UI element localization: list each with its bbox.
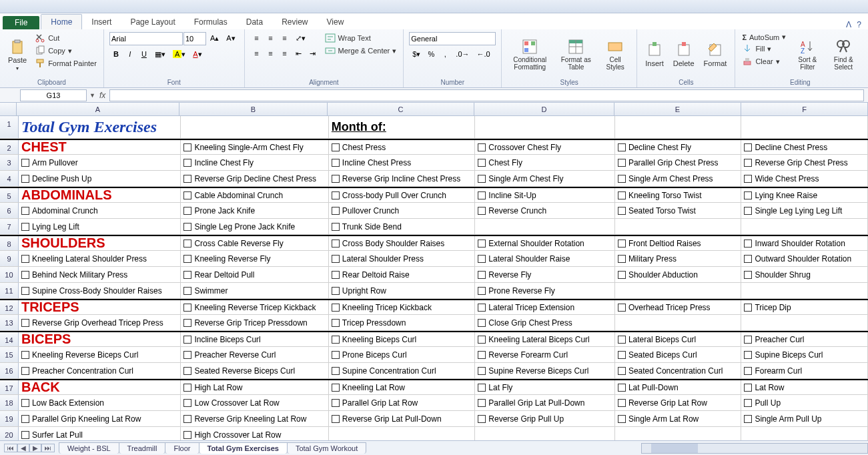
- cell[interactable]: Arm Pullover: [19, 155, 181, 170]
- checkbox-icon[interactable]: [21, 159, 29, 167]
- cell-styles-button[interactable]: Cell Styles: [599, 32, 631, 77]
- checkbox-icon[interactable]: [332, 159, 340, 167]
- cut-button[interactable]: Cut: [33, 32, 98, 44]
- cell[interactable]: Cross-body Pull Over Crunch: [329, 188, 476, 202]
- cell[interactable]: [741, 219, 868, 234]
- checkbox-icon[interactable]: [618, 271, 626, 279]
- checkbox-icon[interactable]: [744, 159, 752, 167]
- clear-button[interactable]: Clear ▾: [741, 55, 787, 67]
- row-header[interactable]: 16: [0, 363, 19, 378]
- checkbox-icon[interactable]: [183, 287, 191, 295]
- checkbox-icon[interactable]: [618, 304, 626, 312]
- cell[interactable]: Seated Torso Twist: [615, 203, 742, 218]
- cell[interactable]: Seated Biceps Curl: [615, 347, 742, 362]
- cell[interactable]: Supine Concentration Curl: [329, 363, 476, 378]
- cell[interactable]: Preacher Reverse Curl: [181, 347, 328, 362]
- cell[interactable]: Swimmer: [181, 283, 328, 298]
- help-icon[interactable]: ?: [857, 20, 861, 29]
- cell[interactable]: Shoulder Abduction: [615, 267, 742, 282]
- orientation-icon[interactable]: ⤢▾: [292, 32, 309, 45]
- sheet-tab[interactable]: Total Gym Workout: [287, 442, 366, 454]
- cell[interactable]: Reverse Fly: [475, 267, 615, 282]
- cell[interactable]: Wide Chest Press: [741, 171, 868, 186]
- cell[interactable]: Tricep Dip: [741, 300, 868, 314]
- cell[interactable]: Reverse Grip Incline Chest Press: [329, 171, 476, 186]
- cell[interactable]: Outward Shoulder Rotation: [741, 251, 868, 266]
- cell[interactable]: Reverse Grip Decline Chest Press: [181, 171, 328, 186]
- cell[interactable]: Reverse Grip Kneeling Lat Row: [181, 411, 328, 426]
- checkbox-icon[interactable]: [478, 255, 486, 263]
- cell[interactable]: Seated Concentration Curl: [615, 363, 742, 378]
- cell[interactable]: SHOULDERS: [19, 236, 181, 250]
- cell[interactable]: [741, 283, 868, 298]
- checkbox-icon[interactable]: [183, 304, 191, 312]
- checkbox-icon[interactable]: [332, 384, 340, 392]
- last-sheet-icon[interactable]: ⏭: [41, 444, 55, 452]
- checkbox-icon[interactable]: [21, 255, 29, 263]
- find-select-button[interactable]: Find & Select: [827, 32, 859, 77]
- decrease-decimal-icon[interactable]: ←.0: [474, 48, 494, 61]
- first-sheet-icon[interactable]: ⏮: [4, 444, 17, 452]
- checkbox-icon[interactable]: [332, 223, 340, 231]
- cell[interactable]: Decline Chest Press: [741, 140, 868, 154]
- checkbox-icon[interactable]: [618, 207, 626, 215]
- cell[interactable]: Overhead Tricep Press: [615, 300, 742, 314]
- column-header[interactable]: A: [17, 103, 179, 115]
- cell[interactable]: ABDOMINALS: [19, 188, 181, 202]
- prev-sheet-icon[interactable]: ◀: [17, 444, 29, 452]
- cell[interactable]: Front Deltiod Raises: [615, 236, 742, 250]
- checkbox-icon[interactable]: [183, 351, 191, 359]
- cell[interactable]: Parallel Grip Chest Press: [615, 155, 742, 170]
- cell[interactable]: Single Leg Prone Jack Knife: [181, 219, 328, 234]
- cell[interactable]: Parallel Grip Kneeling Lat Row: [19, 411, 181, 426]
- column-header[interactable]: E: [614, 103, 741, 115]
- align-left-icon[interactable]: ≡: [250, 47, 264, 60]
- checkbox-icon[interactable]: [183, 191, 191, 199]
- checkbox-icon[interactable]: [478, 351, 486, 359]
- sheet-tab[interactable]: Total Gym Exercises: [199, 442, 288, 454]
- cell[interactable]: Reverse Grip Lat Pull-Down: [329, 411, 476, 426]
- cell[interactable]: Parallel Grip Lat Pull-Down: [475, 395, 615, 410]
- cell[interactable]: Decline Chest Fly: [615, 140, 742, 154]
- cell[interactable]: CHEST: [19, 140, 181, 154]
- checkbox-icon[interactable]: [744, 336, 752, 344]
- tab-data[interactable]: Data: [237, 15, 272, 29]
- checkbox-icon[interactable]: [744, 415, 752, 423]
- checkbox-icon[interactable]: [478, 384, 486, 392]
- cell[interactable]: Behind Neck Military Press: [19, 267, 181, 282]
- decrease-indent-icon[interactable]: ⇤: [292, 47, 306, 60]
- tab-home[interactable]: Home: [41, 14, 82, 29]
- bold-button[interactable]: B: [109, 48, 123, 61]
- cell[interactable]: Lateral Tricep Extension: [475, 300, 615, 314]
- checkbox-icon[interactable]: [183, 255, 191, 263]
- cell[interactable]: Single Arm Lat Row: [615, 411, 742, 426]
- column-header[interactable]: B: [179, 103, 328, 115]
- row-header[interactable]: 15: [0, 347, 19, 362]
- cell[interactable]: Shoulder Shrug: [741, 267, 868, 282]
- format-cells-button[interactable]: Format: [701, 32, 730, 77]
- column-header[interactable]: D: [474, 103, 614, 115]
- checkbox-icon[interactable]: [183, 143, 191, 151]
- autosum-button[interactable]: Σ AutoSum ▾: [741, 32, 787, 42]
- checkbox-icon[interactable]: [332, 255, 340, 263]
- checkbox-icon[interactable]: [332, 399, 340, 407]
- checkbox-icon[interactable]: [21, 287, 29, 295]
- row-header[interactable]: 6: [0, 203, 19, 218]
- cell[interactable]: Reverse Grip Pull Up: [475, 411, 615, 426]
- tab-formulas[interactable]: Formulas: [185, 15, 237, 29]
- cell[interactable]: Single Leg Lying Leg Lift: [741, 203, 868, 218]
- increase-font-icon[interactable]: A▴: [207, 32, 222, 45]
- cell[interactable]: Kneeling Reverse Tricep Kickback: [181, 300, 328, 314]
- row-header[interactable]: 7: [0, 219, 19, 234]
- cell[interactable]: Lateral Shoulder Raise: [475, 251, 615, 266]
- increase-indent-icon[interactable]: ⇥: [306, 47, 320, 60]
- underline-button[interactable]: U: [137, 48, 151, 61]
- checkbox-icon[interactable]: [332, 415, 340, 423]
- tab-insert[interactable]: Insert: [82, 15, 121, 29]
- cell[interactable]: Close Grip Chest Press: [475, 315, 615, 330]
- sheet-tab[interactable]: Weight - BSL: [59, 442, 119, 454]
- cell[interactable]: [475, 219, 615, 234]
- cell[interactable]: BACK: [19, 380, 181, 394]
- cell[interactable]: Incline Chest Press: [329, 155, 476, 170]
- cell[interactable]: [615, 116, 742, 138]
